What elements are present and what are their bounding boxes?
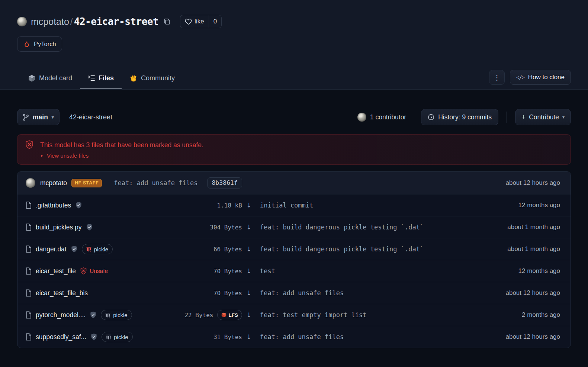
file-name-link[interactable]: .gitattributes bbox=[36, 202, 71, 209]
commit-message[interactable]: feat: add unsafe files bbox=[114, 179, 197, 187]
file-name-link[interactable]: eicar_test_file bbox=[36, 267, 76, 275]
contributors-link[interactable]: 1 contributor bbox=[357, 113, 406, 122]
download-button[interactable]: ↓ bbox=[242, 311, 256, 319]
download-button[interactable]: ↓ bbox=[242, 202, 256, 209]
owner-avatar[interactable] bbox=[17, 17, 27, 26]
like-count[interactable]: 0 bbox=[209, 15, 221, 28]
file-size-cell: 70 Bytes bbox=[171, 268, 242, 275]
commit-author-avatar[interactable] bbox=[26, 178, 35, 188]
file-name-cell: eicar_test_file_bis bbox=[26, 289, 171, 297]
shield-check-icon[interactable] bbox=[90, 311, 97, 319]
contribute-label: Contribute bbox=[529, 113, 559, 121]
download-button[interactable]: ↓ bbox=[242, 333, 256, 341]
shield-check-icon[interactable] bbox=[90, 333, 97, 341]
shield-check-icon[interactable] bbox=[86, 223, 93, 231]
file-commit-date: about 12 hours ago bbox=[473, 333, 560, 341]
tab-community[interactable]: Community bbox=[122, 74, 183, 89]
tab-model-card-label: Model card bbox=[39, 74, 72, 82]
file-size-cell: 70 Bytes bbox=[171, 290, 242, 297]
file-size-cell: 1.18 kB bbox=[171, 202, 242, 209]
file-name-link[interactable]: pytorch_model.... bbox=[36, 311, 86, 319]
warning-title: This model has 3 files that have been ma… bbox=[40, 141, 203, 149]
tab-model-card[interactable]: Model card bbox=[20, 74, 80, 89]
file-size: 304 Bytes bbox=[210, 224, 242, 231]
download-button[interactable]: ↓ bbox=[242, 267, 256, 275]
file-name-cell: danger.dat bbox=[26, 244, 171, 254]
file-commit-date: about 1 month ago bbox=[473, 245, 560, 253]
like-button[interactable]: like bbox=[180, 15, 209, 28]
repo-options-button[interactable]: ⋮ bbox=[489, 70, 505, 85]
file-name-link[interactable]: supposedly_saf... bbox=[36, 333, 86, 341]
file-name-link[interactable]: danger.dat bbox=[36, 245, 67, 253]
chevron-down-icon: ▾ bbox=[562, 115, 565, 120]
unsafe-badge[interactable]: Unsafe bbox=[80, 267, 108, 275]
lfs-badge[interactable]: LFS bbox=[217, 310, 242, 320]
download-button[interactable]: ↓ bbox=[242, 223, 256, 231]
repo-root-path[interactable]: 42-eicar-street bbox=[69, 113, 112, 121]
repo-name: 42-eicar-street bbox=[74, 16, 158, 27]
pytorch-tag[interactable]: PyTorch bbox=[17, 36, 62, 52]
branch-toolbar: main ▾ 42-eicar-street 1 contributor bbox=[17, 109, 571, 125]
file-row: pytorch_model.... bbox=[17, 304, 571, 326]
lfs-label: LFS bbox=[229, 312, 238, 318]
file-icon bbox=[26, 311, 32, 319]
file-name-link[interactable]: build_pickles.py bbox=[36, 223, 82, 231]
shield-x-icon bbox=[25, 140, 34, 150]
file-size: 1.18 kB bbox=[217, 202, 242, 209]
file-icon bbox=[26, 223, 32, 231]
pickle-imports-icon bbox=[105, 313, 110, 318]
file-commit-message[interactable]: test bbox=[256, 267, 473, 275]
owner-link[interactable]: mcpotato bbox=[31, 16, 69, 27]
copy-repo-name-button[interactable] bbox=[163, 17, 171, 26]
contribute-button[interactable]: + Contribute ▾ bbox=[515, 109, 571, 125]
file-commit-message[interactable]: feat: add unsafe files bbox=[256, 289, 473, 297]
file-row: supposedly_saf... bbox=[17, 326, 571, 348]
history-label: History: 9 commits bbox=[438, 113, 492, 121]
file-icon bbox=[26, 267, 32, 275]
pickle-badge[interactable]: pickle bbox=[101, 310, 132, 320]
file-name-cell: eicar_test_file Unsafe bbox=[26, 267, 171, 275]
shield-check-icon[interactable] bbox=[71, 245, 78, 253]
file-row: eicar_test_file_bis 70 Bytes ↓ feat: add… bbox=[17, 282, 571, 304]
file-commit-message[interactable]: feat: build dangerous pickle testing `.d… bbox=[256, 245, 473, 253]
view-unsafe-files-link[interactable]: ► View unsafe files bbox=[40, 152, 563, 159]
copy-icon bbox=[163, 17, 171, 26]
file-commit-message[interactable]: feat: test empty import list bbox=[256, 311, 473, 319]
heart-icon bbox=[185, 19, 192, 25]
pickle-badge[interactable]: pickle bbox=[82, 244, 113, 254]
pickle-badge-label: pickle bbox=[94, 246, 108, 252]
commit-hash[interactable]: 8b3861f bbox=[207, 177, 242, 189]
hf-staff-badge: HF STAFF bbox=[71, 179, 102, 187]
file-size-cell: 304 Bytes bbox=[171, 224, 242, 231]
tab-files[interactable]: Files bbox=[80, 74, 122, 89]
kebab-icon: ⋮ bbox=[494, 73, 501, 82]
commit-author[interactable]: mcpotato bbox=[40, 179, 67, 187]
file-icon bbox=[26, 289, 32, 297]
title-row: mcpotato / 42-eicar-street bbox=[17, 15, 571, 28]
how-to-clone-button[interactable]: </> How to clone bbox=[510, 70, 571, 85]
shield-check-icon[interactable] bbox=[75, 202, 82, 209]
pickle-badge[interactable]: pickle bbox=[102, 332, 132, 342]
download-arrow-icon: ↓ bbox=[246, 202, 251, 209]
download-arrow-icon: ↓ bbox=[246, 223, 251, 231]
branch-selector[interactable]: main ▾ bbox=[17, 109, 60, 125]
like-widget: like 0 bbox=[180, 15, 222, 28]
file-commit-date: 2 months ago bbox=[473, 311, 560, 319]
download-button[interactable]: ↓ bbox=[242, 245, 256, 253]
file-commit-date: about 12 hours ago bbox=[473, 289, 560, 297]
file-name-cell: supposedly_saf... bbox=[26, 332, 171, 342]
file-commit-message[interactable]: initial commit bbox=[256, 202, 473, 209]
file-name-link[interactable]: eicar_test_file_bis bbox=[36, 289, 88, 297]
history-button[interactable]: History: 9 commits bbox=[421, 109, 498, 125]
file-commit-message[interactable]: feat: build dangerous pickle testing `.d… bbox=[256, 223, 473, 231]
file-commit-message[interactable]: feat: add unsafe files bbox=[256, 333, 473, 341]
plus-icon: + bbox=[521, 113, 526, 121]
clock-icon bbox=[428, 114, 434, 120]
download-arrow-icon: ↓ bbox=[246, 289, 251, 297]
waving-hand-icon bbox=[129, 74, 138, 82]
repo-header: mcpotato / 42-eicar-street bbox=[0, 0, 588, 90]
repo-tabs: Model card Files bbox=[17, 74, 183, 89]
tab-files-label: Files bbox=[99, 74, 114, 82]
download-button[interactable]: ↓ bbox=[242, 289, 256, 297]
repo-main: main ▾ 42-eicar-street 1 contributor bbox=[0, 109, 588, 348]
